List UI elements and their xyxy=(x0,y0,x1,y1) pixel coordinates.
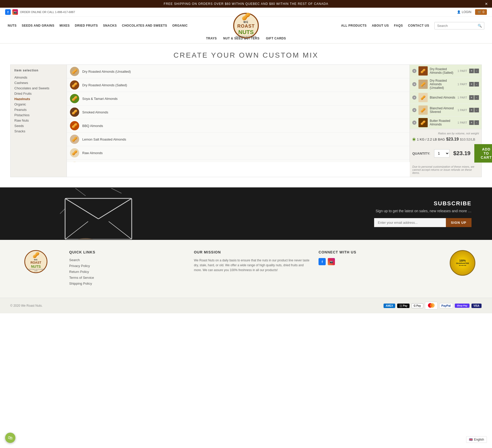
list-item[interactable]: 🥜 Raw Almonds xyxy=(67,146,409,160)
increment-part-button[interactable]: + xyxy=(469,69,474,73)
sign-up-button[interactable]: SIGN UP xyxy=(446,218,471,227)
cat-item-raw-nuts[interactable]: Raw Nuts xyxy=(14,118,63,123)
list-item[interactable]: 🥜 Soya & Tamari Almonds xyxy=(67,92,409,105)
selected-item-name: Blanched Almonds xyxy=(430,96,456,99)
facebook-icon[interactable]: f xyxy=(5,9,11,15)
selected-thumbnail: 🥜 xyxy=(418,80,428,89)
selected-thumbnail: 🥜 xyxy=(418,66,428,76)
cart-button[interactable]: 🛒 0 xyxy=(475,9,487,15)
footer-logo-circle[interactable]: 🥜 WE ROAST NUTS ROASTING NUTS SINCE 1985 xyxy=(24,250,47,273)
nav-item-trays[interactable]: TRAYS xyxy=(206,37,217,40)
cat-item-peanuts[interactable]: Peanuts xyxy=(14,107,63,112)
search-button[interactable]: 🔍 xyxy=(476,22,484,29)
nav-item-chocolates[interactable]: CHOCOLATES AND SWEETS xyxy=(122,24,167,27)
nav-item-all-products[interactable]: ALL PRODUCTS xyxy=(341,24,367,27)
remove-item-button[interactable]: ✕ xyxy=(412,108,416,112)
part-label: 1 PART xyxy=(458,96,467,99)
instagram-icon[interactable]: 📷 xyxy=(12,9,18,15)
list-item[interactable]: 🥜 BBQ Almonds xyxy=(67,119,409,133)
cat-item-almonds[interactable]: Almonds xyxy=(14,75,63,80)
item-name: BBQ Almonds xyxy=(82,124,103,128)
increment-part-button[interactable]: + xyxy=(469,120,474,125)
subscribe-form: SIGN UP xyxy=(374,218,471,227)
weight-radio-1kg[interactable] xyxy=(412,138,416,141)
login-button[interactable]: 👤 LOGIN xyxy=(457,10,471,14)
item-thumbnail: 🥜 xyxy=(70,94,79,103)
remove-item-button[interactable]: ✕ xyxy=(412,69,416,73)
add-to-cart-button[interactable]: ADD TO CART xyxy=(474,144,492,163)
category-panel: Item selection Almonds Cashews Chocolate… xyxy=(11,65,67,177)
selected-item: ✕ 🥜 Butter Roasted Almonds 1 PART + - xyxy=(410,116,481,129)
svg-line-6 xyxy=(111,188,121,193)
nav-item-gift-cards[interactable]: GIFT CARDS xyxy=(266,37,286,40)
list-item[interactable]: 🥜 Blanched Almonds xyxy=(67,160,409,162)
footer-link-search[interactable]: Search xyxy=(69,258,186,262)
subscribe-content: SUBSCRIBE Sign up to get the latest on s… xyxy=(374,200,471,227)
item-thumbnail: 🥜 xyxy=(70,162,79,162)
footer: 🥜 WE ROAST NUTS ROASTING NUTS SINCE 1985… xyxy=(0,240,492,298)
remove-item-button[interactable]: ✕ xyxy=(412,121,416,125)
cat-item-pistachios[interactable]: Pistachios xyxy=(14,112,63,118)
decrement-part-button[interactable]: - xyxy=(474,69,479,73)
cat-item-chocolates[interactable]: Chocolates and Sweets xyxy=(14,86,63,91)
logo[interactable]: 🥜 WE ROAST NUTS ROASTING NUTS SINCE 1985 xyxy=(233,13,259,38)
nav-item-organic[interactable]: ORGANIC xyxy=(172,24,188,27)
selected-item: ✕ 🥜 Blanched Almonds 1 PART + - xyxy=(410,91,481,104)
selected-item-name: Dry Roasted Almonds (Unsalted) xyxy=(430,79,456,90)
selected-thumbnail: 🥜 xyxy=(418,105,428,115)
quantity-select[interactable]: 1 2 3 4 5 xyxy=(434,149,449,157)
weight-options: 1 KG / 2.2 LB BAG $23.19 $10.52/LB xyxy=(412,137,479,142)
nav-item-seeds[interactable]: SEEDS AND GRAINS xyxy=(22,24,55,27)
list-item[interactable]: 🥜 Lemon Salt Roasted Almonds xyxy=(67,133,409,146)
total-price: $23.19 xyxy=(453,150,470,157)
nav-item-contact-us[interactable]: CONTACT US xyxy=(408,24,429,27)
footer-link-terms[interactable]: Terms of Service xyxy=(69,276,186,280)
cat-item-dried-fruits[interactable]: Dried Fruits xyxy=(14,91,63,96)
part-label: 1 PART xyxy=(458,69,467,72)
nav-item-dried-fruits[interactable]: DRIED FRUITS xyxy=(75,24,98,27)
nav-item-snacks[interactable]: SNACKS xyxy=(103,24,117,27)
decrement-part-button[interactable]: - xyxy=(474,95,479,100)
selected-item-name: Blanched Almond Slivered xyxy=(430,106,456,114)
selected-thumbnail: 🥜 xyxy=(418,93,428,102)
nav-item-faqs[interactable]: FAQS xyxy=(394,24,403,27)
decrement-part-button[interactable]: - xyxy=(474,120,479,125)
decrement-part-button[interactable]: - xyxy=(474,108,479,112)
footer-instagram-icon[interactable]: 📷 xyxy=(328,258,335,265)
nav-item-about-us[interactable]: ABOUT US xyxy=(372,24,389,27)
close-banner-button[interactable]: ✕ xyxy=(485,2,488,6)
footer-link-privacy[interactable]: Privacy Policy xyxy=(69,264,186,268)
part-controls: + - xyxy=(469,120,479,125)
list-item[interactable]: 🥜 Dry Roasted Almonds (Salted) xyxy=(67,78,409,92)
price-section: Ratios are by volume, not weight 1 KG / … xyxy=(410,129,481,177)
increment-part-button[interactable]: + xyxy=(469,95,474,100)
cat-item-hazelnuts[interactable]: Hazelnuts xyxy=(14,96,63,102)
cat-item-cashews[interactable]: Cashews xyxy=(14,80,63,86)
quick-links-title: QUICK LINKS xyxy=(69,250,186,254)
remove-item-button[interactable]: ✕ xyxy=(412,82,416,86)
increment-part-button[interactable]: + xyxy=(469,82,474,87)
email-input[interactable] xyxy=(374,218,446,227)
list-item[interactable]: 🥜 Smoked Almonds xyxy=(67,105,409,119)
selected-item-name: Dry Roasted Almonds (Salted) xyxy=(430,67,456,74)
payment-visa: VISA xyxy=(471,303,482,308)
panel-title: Item selection xyxy=(14,69,63,72)
increment-part-button[interactable]: + xyxy=(469,108,474,112)
list-item[interactable]: 🥜 Dry Roasted Almonds (Unsalted) xyxy=(67,65,409,78)
cat-item-seeds[interactable]: Seeds xyxy=(14,123,63,129)
cat-item-snacks[interactable]: Snacks xyxy=(14,129,63,134)
weight-price: $23.19 xyxy=(446,137,459,142)
footer-link-return[interactable]: Return Policy xyxy=(69,270,186,274)
selected-list: ✕ 🥜 Dry Roasted Almonds (Salted) 1 PART … xyxy=(410,65,481,129)
decrement-part-button[interactable]: - xyxy=(474,82,479,87)
part-label: 1 PART xyxy=(458,83,467,86)
footer-link-shipping[interactable]: Shipping Policy xyxy=(69,282,186,285)
footer-facebook-icon[interactable]: f xyxy=(319,258,326,265)
copyright-text: © 2020 We Roast Nuts. xyxy=(10,304,43,307)
remove-item-button[interactable]: ✕ xyxy=(412,95,416,100)
nav-item-nuts[interactable]: NUTS xyxy=(8,24,17,27)
nav-item-mixes[interactable]: MIXES xyxy=(59,24,70,27)
cat-item-organic[interactable]: Organic xyxy=(14,102,63,107)
item-thumbnail: 🥜 xyxy=(70,148,79,157)
search-input[interactable] xyxy=(435,22,476,29)
